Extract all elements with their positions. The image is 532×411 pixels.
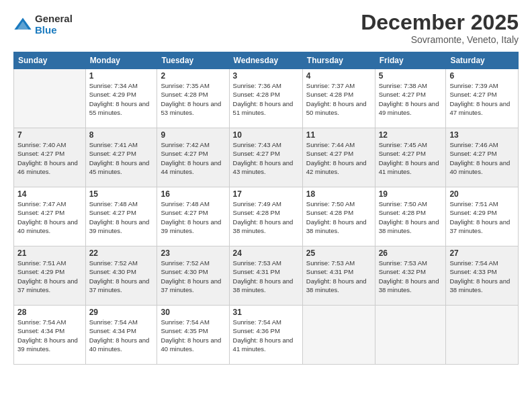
calendar-day-cell: 24Sunrise: 7:53 AM Sunset: 4:31 PM Dayli…: [229, 246, 302, 306]
day-number: 29: [89, 308, 154, 317]
calendar-day-cell: 10Sunrise: 7:43 AM Sunset: 4:27 PM Dayli…: [229, 128, 302, 187]
day-info: Sunrise: 7:52 AM Sunset: 4:30 PM Dayligh…: [161, 259, 225, 294]
calendar-day-cell: 19Sunrise: 7:50 AM Sunset: 4:28 PM Dayli…: [375, 187, 446, 246]
header-tuesday: Tuesday: [157, 52, 229, 69]
calendar-day-cell: 20Sunrise: 7:51 AM Sunset: 4:29 PM Dayli…: [446, 187, 519, 246]
calendar-day-cell: 15Sunrise: 7:48 AM Sunset: 4:27 PM Dayli…: [85, 187, 157, 246]
header-row: Sunday Monday Tuesday Wednesday Thursday…: [14, 52, 519, 69]
day-info: Sunrise: 7:52 AM Sunset: 4:30 PM Dayligh…: [89, 259, 154, 294]
title-section: December 2025 Sovramonte, Veneto, Italy: [361, 11, 519, 45]
day-number: 5: [379, 71, 443, 81]
day-number: 27: [449, 248, 515, 258]
day-number: 22: [89, 248, 154, 258]
day-info: Sunrise: 7:45 AM Sunset: 4:27 PM Dayligh…: [379, 140, 443, 176]
calendar-week-row: 1Sunrise: 7:34 AM Sunset: 4:29 PM Daylig…: [14, 69, 519, 128]
day-number: 6: [449, 71, 515, 81]
calendar-body: 1Sunrise: 7:34 AM Sunset: 4:29 PM Daylig…: [14, 69, 519, 365]
calendar-week-row: 14Sunrise: 7:47 AM Sunset: 4:27 PM Dayli…: [14, 187, 519, 246]
header-thursday: Thursday: [302, 52, 375, 69]
calendar-day-cell: 8Sunrise: 7:41 AM Sunset: 4:27 PM Daylig…: [85, 128, 157, 187]
calendar-day-cell: 11Sunrise: 7:44 AM Sunset: 4:27 PM Dayli…: [302, 128, 375, 187]
day-number: 13: [449, 130, 515, 140]
calendar-day-cell: 4Sunrise: 7:37 AM Sunset: 4:28 PM Daylig…: [302, 69, 375, 128]
day-number: 8: [89, 130, 154, 140]
day-number: 26: [379, 248, 443, 258]
logo-general-text: General: [35, 13, 73, 25]
day-info: Sunrise: 7:39 AM Sunset: 4:27 PM Dayligh…: [449, 81, 515, 117]
calendar-day-cell: 25Sunrise: 7:53 AM Sunset: 4:31 PM Dayli…: [302, 246, 375, 306]
month-title: December 2025: [361, 11, 519, 34]
calendar-day-cell: 28Sunrise: 7:54 AM Sunset: 4:34 PM Dayli…: [14, 306, 86, 365]
calendar-day-cell: 14Sunrise: 7:47 AM Sunset: 4:27 PM Dayli…: [14, 187, 86, 246]
day-info: Sunrise: 7:54 AM Sunset: 4:34 PM Dayligh…: [17, 318, 82, 353]
day-info: Sunrise: 7:49 AM Sunset: 4:28 PM Dayligh…: [233, 199, 299, 235]
day-info: Sunrise: 7:50 AM Sunset: 4:28 PM Dayligh…: [379, 199, 443, 235]
day-number: 18: [306, 189, 371, 199]
day-number: 15: [89, 189, 154, 199]
location: Sovramonte, Veneto, Italy: [361, 34, 519, 45]
calendar-day-cell: 6Sunrise: 7:39 AM Sunset: 4:27 PM Daylig…: [446, 69, 519, 128]
calendar-day-cell: 12Sunrise: 7:45 AM Sunset: 4:27 PM Dayli…: [375, 128, 446, 187]
day-info: Sunrise: 7:54 AM Sunset: 4:35 PM Dayligh…: [161, 318, 225, 353]
day-number: 4: [306, 71, 371, 81]
day-info: Sunrise: 7:44 AM Sunset: 4:27 PM Dayligh…: [306, 140, 371, 176]
calendar-day-cell: [14, 69, 86, 128]
calendar-day-cell: 9Sunrise: 7:42 AM Sunset: 4:27 PM Daylig…: [157, 128, 229, 187]
calendar-week-row: 7Sunrise: 7:40 AM Sunset: 4:27 PM Daylig…: [14, 128, 519, 187]
header-sunday: Sunday: [14, 52, 86, 69]
day-info: Sunrise: 7:41 AM Sunset: 4:27 PM Dayligh…: [89, 140, 154, 176]
calendar-day-cell: 26Sunrise: 7:53 AM Sunset: 4:32 PM Dayli…: [375, 246, 446, 306]
logo: General Blue: [13, 13, 73, 36]
header-wednesday: Wednesday: [229, 52, 302, 69]
day-info: Sunrise: 7:37 AM Sunset: 4:28 PM Dayligh…: [306, 81, 371, 117]
calendar-day-cell: [302, 306, 375, 365]
day-number: 24: [233, 248, 299, 258]
day-info: Sunrise: 7:51 AM Sunset: 4:29 PM Dayligh…: [449, 199, 515, 235]
day-number: 20: [449, 189, 515, 199]
day-info: Sunrise: 7:54 AM Sunset: 4:36 PM Dayligh…: [233, 318, 299, 353]
header-saturday: Saturday: [446, 52, 519, 69]
day-number: 11: [306, 130, 371, 140]
header-monday: Monday: [85, 52, 157, 69]
calendar-week-row: 21Sunrise: 7:51 AM Sunset: 4:29 PM Dayli…: [14, 246, 519, 306]
day-info: Sunrise: 7:46 AM Sunset: 4:27 PM Dayligh…: [449, 140, 515, 176]
day-info: Sunrise: 7:54 AM Sunset: 4:34 PM Dayligh…: [89, 318, 154, 353]
calendar-day-cell: 27Sunrise: 7:54 AM Sunset: 4:33 PM Dayli…: [446, 246, 519, 306]
day-number: 2: [161, 71, 225, 81]
calendar-day-cell: 17Sunrise: 7:49 AM Sunset: 4:28 PM Dayli…: [229, 187, 302, 246]
day-info: Sunrise: 7:43 AM Sunset: 4:27 PM Dayligh…: [233, 140, 299, 176]
day-number: 1: [89, 71, 154, 81]
calendar-day-cell: [375, 306, 446, 365]
day-info: Sunrise: 7:53 AM Sunset: 4:31 PM Dayligh…: [233, 259, 299, 294]
calendar-day-cell: 5Sunrise: 7:38 AM Sunset: 4:27 PM Daylig…: [375, 69, 446, 128]
calendar-day-cell: 2Sunrise: 7:35 AM Sunset: 4:28 PM Daylig…: [157, 69, 229, 128]
calendar-day-cell: 30Sunrise: 7:54 AM Sunset: 4:35 PM Dayli…: [157, 306, 229, 365]
calendar-day-cell: [446, 306, 519, 365]
day-number: 10: [233, 130, 299, 140]
logo-blue-text: Blue: [35, 25, 73, 36]
calendar-day-cell: 16Sunrise: 7:48 AM Sunset: 4:27 PM Dayli…: [157, 187, 229, 246]
day-info: Sunrise: 7:51 AM Sunset: 4:29 PM Dayligh…: [17, 259, 82, 294]
day-number: 21: [17, 248, 82, 258]
calendar-day-cell: 18Sunrise: 7:50 AM Sunset: 4:28 PM Dayli…: [302, 187, 375, 246]
day-info: Sunrise: 7:54 AM Sunset: 4:33 PM Dayligh…: [449, 259, 515, 294]
day-info: Sunrise: 7:53 AM Sunset: 4:31 PM Dayligh…: [306, 259, 371, 294]
calendar-week-row: 28Sunrise: 7:54 AM Sunset: 4:34 PM Dayli…: [14, 306, 519, 365]
calendar-day-cell: 21Sunrise: 7:51 AM Sunset: 4:29 PM Dayli…: [14, 246, 86, 306]
day-number: 17: [233, 189, 299, 199]
day-number: 30: [161, 308, 225, 317]
logo-icon: [13, 15, 32, 34]
header-friday: Friday: [375, 52, 446, 69]
calendar-day-cell: 22Sunrise: 7:52 AM Sunset: 4:30 PM Dayli…: [85, 246, 157, 306]
calendar-day-cell: 1Sunrise: 7:34 AM Sunset: 4:29 PM Daylig…: [85, 69, 157, 128]
day-number: 12: [379, 130, 443, 140]
logo-text: General Blue: [35, 13, 73, 36]
calendar-day-cell: 29Sunrise: 7:54 AM Sunset: 4:34 PM Dayli…: [85, 306, 157, 365]
calendar-day-cell: 13Sunrise: 7:46 AM Sunset: 4:27 PM Dayli…: [446, 128, 519, 187]
day-number: 14: [17, 189, 82, 199]
day-number: 25: [306, 248, 371, 258]
day-info: Sunrise: 7:35 AM Sunset: 4:28 PM Dayligh…: [161, 81, 225, 117]
day-info: Sunrise: 7:50 AM Sunset: 4:28 PM Dayligh…: [306, 199, 371, 235]
day-number: 7: [17, 130, 82, 140]
main-container: General Blue December 2025 Sovramonte, V…: [0, 0, 532, 411]
